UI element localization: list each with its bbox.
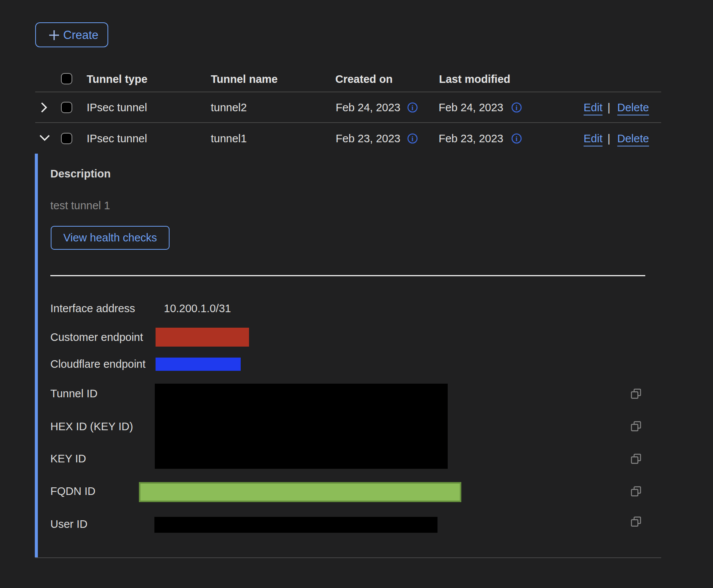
svg-text:i: i	[411, 104, 413, 112]
svg-text:i: i	[515, 135, 517, 143]
svg-text:i: i	[411, 135, 413, 143]
svg-text:i: i	[515, 104, 517, 112]
